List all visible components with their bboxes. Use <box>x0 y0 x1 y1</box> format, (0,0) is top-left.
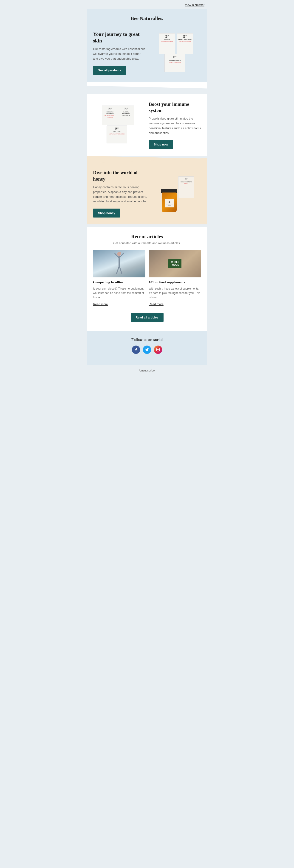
product-box-2: BN ΚΡΕΜΑ ΠΡΟΣΩΠΟΥ ΛΙΠΑΡΗ ΒΑΘΥ-ΚΡΕΜΑ <box>177 33 193 54</box>
article-2-read-more[interactable]: Read more <box>149 302 164 306</box>
articles-headline: Recent articles <box>93 234 201 240</box>
honey-jar: B ΒΙΟΛΟΓΙΚΟ ΜΕΛΙ <box>160 189 178 212</box>
immune-body: Propolis (bee glue) stimulates the immun… <box>149 116 201 135</box>
hero-body: Our restoring creams with essential oils… <box>93 47 145 61</box>
svg-line-4 <box>116 266 119 274</box>
svg-point-0 <box>117 252 121 256</box>
article-2-headline: 101 on food supplements <box>149 280 201 285</box>
immune-headline: Boost your immune system <box>149 101 201 114</box>
food-image: WHOLEFOODS <box>149 250 201 277</box>
read-all-articles-button[interactable]: Read all articles <box>131 313 164 322</box>
view-in-browser-bar: View in browser <box>87 2 207 9</box>
twitter-icon[interactable] <box>143 345 151 354</box>
social-icons-group <box>92 345 202 354</box>
hero-image-col: BN BODY OIL INTENSIVE MOISTURE BN ΚΡΕΜΑ … <box>149 33 201 72</box>
whole-foods-logo: WHOLEFOODS <box>168 259 181 268</box>
honey-body: Honey contains miraculous healing proper… <box>93 185 148 204</box>
honey-box-card: BN ΒΙΟΛΟΓΙΚΟ ΜΕΛΙ ΘΥΜΟ <box>178 177 194 198</box>
honey-jar-illustration: B ΒΙΟΛΟΓΙΚΟ ΜΕΛΙ BN ΒΙΟΛΟΓΙΚΟ ΜΕΛΙ ΘΥΜΟ <box>158 175 194 212</box>
article-1-body: Is your gym closed? These no-equipment w… <box>93 286 145 300</box>
unsubscribe-link[interactable]: Unsubscribe <box>140 369 155 372</box>
immune-text-col: Boost your immune system Propolis (bee g… <box>149 101 201 149</box>
svg-point-7 <box>157 349 158 350</box>
article-1-read-more[interactable]: Read more <box>93 302 108 306</box>
product-boxes-illustration: BN BODY OIL INTENSIVE MOISTURE BN ΚΡΕΜΑ … <box>156 33 193 72</box>
email-wrapper: View in browser Bee Naturalles. Your jou… <box>87 0 207 380</box>
product-box-1: BN BODY OIL INTENSIVE MOISTURE <box>159 33 175 54</box>
articles-subheadline: Get educated with our health and wellnes… <box>93 241 201 245</box>
follow-us-headline: Follow us on social <box>92 338 202 342</box>
view-in-browser-link[interactable]: View in browser <box>185 3 204 7</box>
article-2-body: With such a huge variety of supplements,… <box>149 286 201 300</box>
facebook-icon[interactable] <box>132 345 140 354</box>
articles-grid: Compelling headline Is your gym closed? … <box>93 250 201 306</box>
read-all-button-wrap: Read all articles <box>93 312 201 324</box>
bwbox-3: BN ΚΗΡΑΛΟΙΦΗ ΛΕΒΑΝΤΑ & ΕΛΑΙΟ ΤΑΜΑΝΟΥ <box>107 125 127 144</box>
brand-name: Bee Naturalles. <box>92 16 202 21</box>
article-card-2: WHOLEFOODS 101 on food supplements With … <box>149 250 201 306</box>
svg-point-8 <box>159 349 159 349</box>
hero-text-col: Your journey to great skin Our restoring… <box>93 31 145 75</box>
bwbox-1: BN BEESWAX OINTMENT ST. JOHN'S WORT & PR… <box>102 105 118 125</box>
diagonal-separator-1 <box>87 82 207 89</box>
hero-headline: Your journey to great skin <box>93 31 145 44</box>
instagram-icon[interactable] <box>154 345 162 354</box>
jar-label: B ΒΙΟΛΟΓΙΚΟ ΜΕΛΙ <box>165 199 174 208</box>
beeswax-image-col: BN BEESWAX OINTMENT ST. JOHN'S WORT & PR… <box>93 104 145 146</box>
honey-image-col: B ΒΙΟΛΟΓΙΚΟ ΜΕΛΙ BN ΒΙΟΛΟΓΙΚΟ ΜΕΛΙ ΘΥΜΟ <box>151 175 201 212</box>
honey-section: Dive into the world of honey Honey conta… <box>87 163 207 224</box>
product-box-3: BN ΚΡΕΜΑ ΣΩΜΑΤΟΣ ΕΝΤΑΤΙΚΗ ΦΡΟΝΤΙΔΑ <box>165 54 185 72</box>
email-header: Bee Naturalles. <box>87 9 207 26</box>
footer-section: Follow us on social <box>87 331 207 365</box>
svg-rect-6 <box>156 348 159 351</box>
fitness-image <box>93 250 145 277</box>
fitness-figure-svg <box>112 251 126 276</box>
article-image-1 <box>93 250 145 277</box>
article-1-headline: Compelling headline <box>93 280 145 285</box>
article-image-2: WHOLEFOODS <box>149 250 201 277</box>
shop-honey-button[interactable]: Shop honey <box>93 209 120 218</box>
beeswax-boxes-illustration: BN BEESWAX OINTMENT ST. JOHN'S WORT & PR… <box>101 104 138 146</box>
see-all-products-button[interactable]: See all products <box>93 66 126 75</box>
bwbox-2: BN ΒΑΜΜΑ ΒΙΟΛΟΓΙΚΗΣ ΠΡΟΠΟΛΗΣ <box>118 105 134 125</box>
honey-headline: Dive into the world of honey <box>93 169 148 182</box>
jar-body: B ΒΙΟΛΟΓΙΚΟ ΜΕΛΙ <box>162 192 177 212</box>
svg-line-5 <box>119 266 122 274</box>
honey-text-col: Dive into the world of honey Honey conta… <box>93 169 148 218</box>
article-card-1: Compelling headline Is your gym closed? … <box>93 250 145 306</box>
immune-section: BN BEESWAX OINTMENT ST. JOHN'S WORT & PR… <box>87 94 207 156</box>
hero-section: Your journey to great skin Our restoring… <box>87 26 207 82</box>
unsubscribe-section: Unsubscribe <box>87 365 207 376</box>
shop-now-button[interactable]: Shop now <box>149 140 173 149</box>
articles-section: Recent articles Get educated with our he… <box>87 227 207 331</box>
